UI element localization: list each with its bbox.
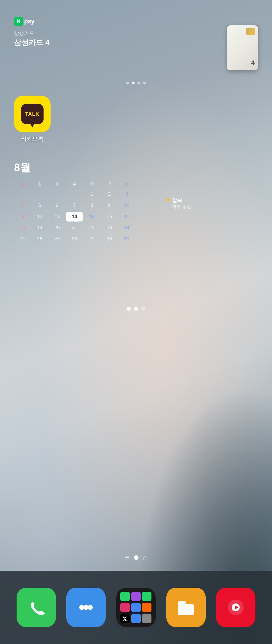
cal-day-8: 8: [84, 200, 100, 211]
cal-day-18: 18: [14, 223, 30, 233]
mid-dot-3: [141, 307, 145, 311]
card-number: 4: [251, 59, 255, 66]
mini-app-wa: [120, 592, 130, 601]
dot-2: [132, 82, 135, 84]
nav-bar: ≡ ⌂: [124, 553, 148, 562]
dot-3: [137, 82, 140, 84]
cal-day-25: 25: [14, 234, 30, 244]
kakao-app-name: 카카오톡: [21, 135, 44, 143]
cal-header-wed: 수: [66, 180, 83, 188]
phone-icon-bg: [17, 588, 56, 627]
phone-app-icon[interactable]: [17, 588, 56, 627]
cal-day-19: 19: [31, 223, 48, 233]
cal-day-15: 15: [84, 212, 100, 222]
cal-day-2: 2: [101, 189, 117, 199]
card-large-label: 삼성카드 4: [14, 38, 49, 48]
messages-svg-icon: [75, 598, 97, 617]
cal-day-3: 3: [119, 189, 135, 199]
calendar-widget[interactable]: 8월 일 월 화 수 목 금 토 1 2 3 4 5 6 7 8 9 1: [14, 160, 135, 244]
cal-day-29: 29: [84, 234, 100, 244]
npay-n-logo: N: [14, 17, 23, 26]
cal-day-31: 31: [119, 234, 135, 244]
npay-logo: N pay: [14, 17, 49, 26]
npay-widget[interactable]: N pay 삼성카드 삼성카드 4: [14, 17, 49, 48]
cal-day-5: 5: [31, 200, 48, 211]
messages-icon-bg: [66, 588, 106, 627]
cal-day-empty-3: [49, 189, 65, 199]
cal-day-12: 12: [31, 212, 48, 222]
cal-day-9: 9: [101, 200, 117, 211]
dot-1: [126, 82, 129, 84]
cal-header-fri: 금: [101, 180, 117, 188]
youtube-music-icon[interactable]: [216, 588, 255, 627]
card-chip: [246, 28, 255, 35]
youtube-svg-icon: [225, 596, 247, 619]
nav-home-icon[interactable]: ⌂: [143, 553, 148, 562]
dock: 𝕏: [0, 571, 272, 644]
dot-4: [143, 82, 146, 84]
card-small-label: 삼성카드: [14, 30, 49, 37]
cal-day-14-today: 14: [66, 212, 83, 222]
cal-day-13: 13: [49, 212, 65, 222]
mini-app-3: [142, 603, 151, 612]
cal-day-4: 4: [14, 200, 30, 211]
cal-header-tue: 화: [49, 180, 65, 188]
mini-app-x: 𝕏: [120, 614, 130, 623]
apps-icon-bg: 𝕏: [116, 588, 156, 627]
cal-day-empty-2: [31, 189, 48, 199]
mini-app-4: [131, 614, 141, 623]
page-dots-mid: [127, 307, 145, 311]
cal-day-22: 22: [84, 223, 100, 233]
cal-header-sat: 토: [119, 180, 135, 188]
cal-day-11: 11: [14, 212, 30, 222]
cal-day-empty-1: [14, 189, 30, 199]
event-time: 하루 종일: [172, 204, 191, 210]
files-app-icon[interactable]: [166, 588, 206, 627]
kakao-app-icon[interactable]: TALK 카카오톡: [14, 96, 51, 143]
cal-day-28: 28: [66, 234, 83, 244]
kakao-talk-label: TALK: [25, 111, 40, 117]
cal-day-24: 24: [119, 223, 135, 233]
cal-header-mon: 월: [31, 180, 48, 188]
cal-day-21: 21: [66, 223, 83, 233]
cal-day-6: 6: [49, 200, 65, 211]
files-svg-icon: [175, 596, 197, 619]
mid-dot-1: [127, 307, 131, 311]
phone-svg-icon: [26, 598, 46, 617]
cal-day-10: 10: [119, 200, 135, 211]
messages-app-icon[interactable]: [66, 588, 106, 627]
svg-text:𝕏: 𝕏: [122, 616, 127, 622]
page-dots-top: [126, 82, 146, 84]
nav-menu-icon[interactable]: ≡: [124, 553, 130, 562]
cal-day-23: 23: [101, 223, 117, 233]
cal-day-26: 26: [31, 234, 48, 244]
cal-day-17: 17: [119, 212, 135, 222]
cal-header-sun: 일: [14, 180, 30, 188]
npay-text: pay: [24, 18, 34, 25]
calendar-grid: 일 월 화 수 목 금 토 1 2 3 4 5 6 7 8 9 10 11 12: [14, 180, 135, 244]
mini-app-5: [142, 614, 151, 623]
cal-day-1: 1: [84, 189, 100, 199]
cal-day-empty-4: [66, 189, 83, 199]
mid-dot-2: [134, 307, 138, 311]
kakao-icon-bg: TALK: [14, 96, 51, 132]
apps-folder-icon[interactable]: 𝕏: [116, 588, 156, 627]
svg-rect-5: [178, 601, 186, 607]
files-icon-bg: [166, 588, 206, 627]
card-image: 4: [227, 25, 258, 70]
calendar-event: 말복 하루 종일: [166, 197, 191, 210]
nav-home-dot: [134, 555, 138, 560]
mini-app-ig: [120, 603, 130, 612]
cal-day-27: 27: [49, 234, 65, 244]
cal-day-16: 16: [101, 212, 117, 222]
cal-day-20: 20: [49, 223, 65, 233]
kakao-bubble: TALK: [21, 104, 44, 124]
event-title: 말복: [172, 197, 191, 204]
card-widget[interactable]: 4: [227, 25, 258, 70]
mini-app-gp: [131, 603, 141, 612]
mini-app-1: [131, 592, 141, 601]
cal-day-7: 7: [66, 200, 83, 211]
event-dot: [166, 198, 170, 202]
calendar-month: 8월: [14, 160, 135, 175]
mini-app-line: [142, 592, 151, 601]
